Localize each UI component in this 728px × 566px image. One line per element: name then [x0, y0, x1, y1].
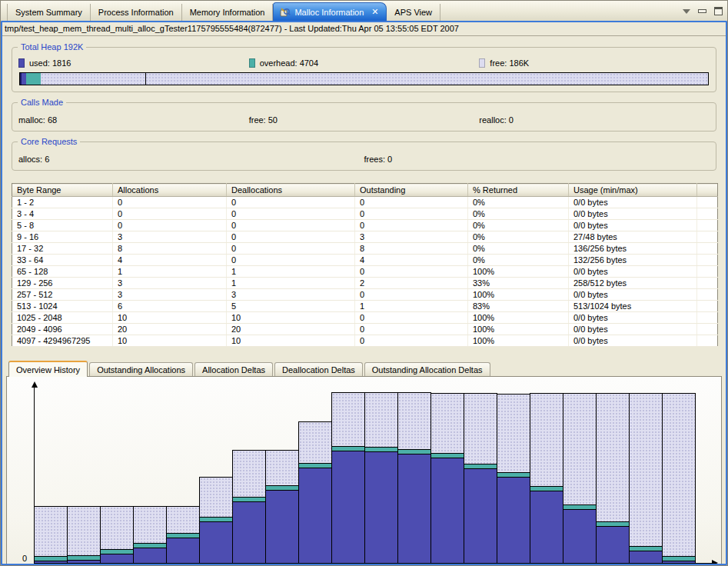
table-cell: 100%: [468, 289, 569, 301]
table-cell: 0/0 bytes: [569, 335, 697, 347]
table-row[interactable]: 2049 - 409620200100%0/0 bytes: [12, 324, 718, 335]
table-row[interactable]: 129 - 25631233%258/512 bytes: [12, 278, 718, 289]
total-heap-title: Total Heap 192K: [18, 42, 86, 52]
table-cell: 4: [355, 255, 468, 266]
free-segment: [101, 507, 133, 549]
table-cell: 5 - 8: [12, 220, 113, 231]
table-row[interactable]: 1 - 20000%0/0 bytes: [12, 197, 718, 208]
core-requests-title: Core Requests: [18, 137, 80, 146]
table-cell: 0: [227, 243, 355, 255]
table-cell: 33%: [468, 278, 569, 289]
table-cell: 0: [355, 197, 468, 208]
free-segment: [200, 478, 232, 517]
view-tab-system-summary[interactable]: System Summary: [7, 4, 91, 21]
table-cell: 33 - 64: [12, 255, 113, 266]
sample-bar: [298, 421, 332, 563]
view-tab-aps-view[interactable]: APS View: [387, 4, 440, 21]
table-row[interactable]: 65 - 128110100%0/0 bytes: [12, 266, 718, 278]
table-cell: 0%: [468, 197, 569, 208]
table-cell: 132/256 bytes: [569, 255, 697, 266]
history-tab-outstanding-allocations[interactable]: Outstanding Allocations: [89, 362, 193, 377]
table-header-allocations[interactable]: Allocations: [113, 184, 227, 197]
table-cell: 136/256 bytes: [569, 243, 697, 255]
table-cell: [697, 231, 718, 243]
table-cell: 3: [355, 231, 468, 243]
free-segment: [431, 394, 464, 453]
table-cell: [697, 324, 718, 335]
view-tab-malloc-information[interactable]: Malloc Information✕: [273, 2, 387, 21]
sample-bar: [166, 506, 200, 563]
maximize-icon[interactable]: [714, 7, 723, 15]
table-cell: 3: [227, 289, 355, 301]
legend-label: free: 186K: [490, 58, 529, 68]
table-row[interactable]: 17 - 328080%136/256 bytes: [12, 243, 718, 255]
legend-swatch: [18, 58, 25, 68]
table-row[interactable]: 9 - 163030%27/48 bytes: [12, 231, 718, 243]
heap-legend-item: free: 186K: [479, 58, 710, 68]
table-cell: 8: [113, 243, 227, 255]
view-tab-label: Memory Information: [190, 8, 265, 17]
table-cell: 0/0 bytes: [569, 312, 697, 324]
table-cell: 0/0 bytes: [569, 197, 697, 208]
minimize-icon[interactable]: [698, 9, 706, 13]
table-cell: 0: [355, 220, 468, 231]
history-tab-overview-history[interactable]: Overview History: [8, 361, 88, 377]
close-tab-icon[interactable]: ✕: [370, 7, 380, 17]
table-cell: 1 - 2: [12, 197, 113, 208]
view-tab-memory-information[interactable]: Memory Information: [182, 4, 274, 21]
overhead-segment: [663, 556, 695, 561]
table-header-row: Byte RangeAllocationsDeallocationsOutsta…: [12, 184, 718, 197]
table-cell: 20: [113, 324, 227, 335]
used-segment: [630, 551, 662, 563]
history-tab-outstanding-allocation-deltas[interactable]: Outstanding Allocation Deltas: [364, 362, 490, 377]
sample-bar: [34, 506, 68, 563]
free-segment: [597, 394, 629, 521]
table-cell: [697, 243, 718, 255]
table-cell: 513 - 1024: [12, 301, 113, 312]
sample-bar: [464, 393, 497, 563]
total-heap-group: Total Heap 192K used: 1816overhead: 4704…: [12, 47, 716, 92]
table-row[interactable]: 257 - 512330100%0/0 bytes: [12, 289, 718, 301]
table-row[interactable]: 33 - 644040%132/256 bytes: [12, 255, 718, 266]
free-segment: [233, 451, 265, 497]
table-cell: 0%: [468, 208, 569, 220]
malloc-information-icon: [280, 8, 291, 17]
table-cell: 0: [227, 220, 355, 231]
table-header-usage-min-max-[interactable]: Usage (min/max): [569, 184, 697, 197]
free-segment: [530, 394, 563, 486]
y-axis-zero-label: 0: [22, 554, 27, 563]
table-cell: 20: [227, 324, 355, 335]
view-tab-label: APS View: [394, 8, 432, 17]
overhead-segment: [101, 549, 133, 554]
table-header-deallocations[interactable]: Deallocations: [227, 184, 355, 197]
used-segment: [563, 510, 596, 563]
table-header--returned[interactable]: % Returned: [468, 184, 569, 197]
table-cell: 0: [355, 289, 468, 301]
table-cell: 0%: [468, 231, 569, 243]
table-cell: 0: [113, 220, 227, 231]
overhead-segment: [233, 497, 265, 502]
overhead-segment: [563, 504, 596, 510]
table-row[interactable]: 4097 - 429496729510100100%0/0 bytes: [12, 335, 718, 347]
heap-legend-item: overhead: 4704: [249, 58, 480, 68]
table-cell: 0: [227, 208, 355, 220]
plot-area: 0: [34, 381, 712, 564]
table-header-outstanding[interactable]: Outstanding: [355, 184, 468, 197]
view-menu-icon[interactable]: [683, 9, 690, 14]
table-row[interactable]: 513 - 102465183%513/1024 bytes: [12, 301, 718, 312]
table-cell: 2: [355, 278, 468, 289]
table-row[interactable]: 5 - 80000%0/0 bytes: [12, 220, 718, 231]
table-cell: 0/0 bytes: [569, 266, 697, 278]
table-cell: 10: [227, 335, 355, 347]
table-row[interactable]: 3 - 40000%0/0 bytes: [12, 208, 718, 220]
table-row[interactable]: 1025 - 204810100100%0/0 bytes: [12, 312, 718, 324]
view-tab-process-information[interactable]: Process Information: [91, 4, 182, 21]
history-tab-allocation-deltas[interactable]: Allocation Deltas: [194, 362, 273, 377]
table-cell: 2049 - 4096: [12, 324, 113, 335]
overhead-segment: [167, 533, 199, 538]
used-segment: [266, 491, 298, 563]
table-header-byte-range[interactable]: Byte Range: [12, 184, 113, 197]
table-cell: 100%: [468, 266, 569, 278]
history-tab-deallocation-deltas[interactable]: Deallocation Deltas: [274, 362, 363, 377]
table-cell: [697, 289, 718, 301]
